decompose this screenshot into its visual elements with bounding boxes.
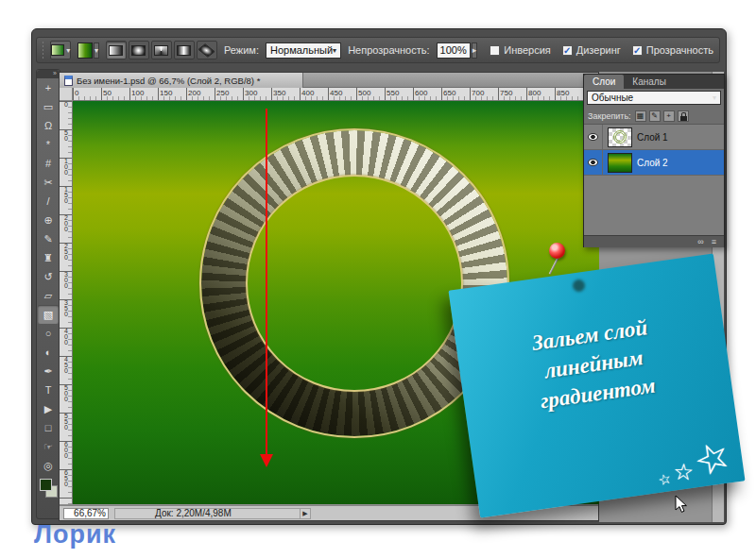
hand-tool[interactable]: ☞ (38, 437, 59, 456)
reverse-checkbox[interactable]: Инверсия (490, 44, 551, 56)
mouse-cursor-icon (675, 495, 689, 515)
layers-blend-mode-select[interactable]: Обычные ▾ (587, 91, 721, 105)
layer-thumbnail (608, 153, 632, 173)
ruler-label: 5 5 0 (61, 414, 71, 431)
blend-mode-select[interactable]: Нормальный ▾ (266, 42, 341, 59)
ruler-label: 150 (160, 89, 172, 97)
eraser-tool[interactable]: ▱ (38, 286, 59, 305)
brush-tool[interactable]: ✎ (38, 229, 59, 248)
crop-tool[interactable]: # (38, 154, 59, 173)
blend-mode-row: Обычные ▾ (584, 89, 724, 108)
visibility-toggle[interactable] (584, 125, 603, 149)
ruler-label: 50 (103, 89, 112, 97)
ruler-label: 350 (273, 89, 285, 97)
slice-tool[interactable]: ✂ (38, 173, 59, 192)
reflected-gradient-button[interactable] (174, 41, 195, 59)
ruler-label: 200 (188, 89, 200, 97)
lock-body (680, 116, 687, 121)
tab-layers[interactable]: Слои (584, 75, 624, 89)
ruler-label: 1 0 0 (61, 159, 71, 176)
layer-row[interactable]: Слой 2 (584, 150, 724, 176)
marquee-tool[interactable]: ▭ (38, 97, 59, 116)
gradient-option-checkboxes: Инверсия✓Дизеринг✓Прозрачность (490, 44, 713, 56)
reverse-checkbox-box[interactable] (490, 45, 500, 56)
healing-brush-tool[interactable]: ⊕ (38, 211, 59, 229)
shape-tool[interactable]: □ (38, 418, 59, 437)
lock-transparency-icon[interactable]: ▦ (635, 110, 646, 122)
tab-channels[interactable]: Каналы (624, 75, 675, 89)
gradient-tool[interactable]: ▧ (38, 305, 59, 324)
lasso-tool[interactable]: Ω (38, 116, 59, 135)
lock-pixels-icon[interactable]: ✎ (649, 110, 661, 122)
gradient-drag-arrow-line (266, 109, 267, 456)
link-icon[interactable]: ∞ (697, 236, 703, 247)
document-title: Без имени-1.psd @ 66,7% (Слой 2, RGB/8) … (77, 76, 260, 86)
dither-checkbox-box[interactable]: ✓ (562, 45, 573, 56)
gradient-picker-arrow-icon[interactable]: ▾ (94, 42, 99, 59)
layer-row[interactable]: Слой 1 (584, 125, 724, 150)
opacity-slider-arrow-icon[interactable]: ▸ (472, 42, 478, 59)
visibility-toggle[interactable] (584, 150, 603, 175)
ruler-label: 2 5 0 (61, 244, 71, 261)
zoom-tool[interactable]: ◎ (38, 456, 59, 475)
chevron-down-icon: ▾ (713, 93, 716, 102)
angle-gradient-button[interactable] (151, 41, 172, 59)
watermark: Лорик (34, 520, 116, 550)
magic-wand-tool[interactable]: * (38, 135, 59, 154)
type-tool[interactable]: T (38, 380, 59, 399)
clone-stamp-tool[interactable]: ♜ (38, 248, 59, 267)
ruler-corner (60, 88, 73, 101)
document-tab[interactable]: Без имени-1.psd @ 66,7% (Слой 2, RGB/8) … (60, 73, 303, 88)
vertical-ruler: 05 01 0 01 5 02 0 02 5 03 0 03 5 04 0 04… (60, 101, 73, 504)
lock-all-icon[interactable] (678, 110, 689, 122)
foreground-color-swatch[interactable] (40, 479, 52, 491)
layers-panel-tabs: Слои Каналы (584, 75, 724, 89)
toolbox-collapse-icon[interactable]: » (37, 70, 60, 78)
history-brush-tool[interactable]: ↺ (38, 267, 59, 286)
ruler-label: 0 (61, 102, 71, 108)
page: ▾ ▾ Режим: Нормальный ▾ Непрозрачность: … (0, 0, 756, 558)
zoom-level-field[interactable]: 66,67% (63, 508, 109, 519)
panel-grip[interactable] (43, 42, 43, 59)
reverse-checkbox-label: Инверсия (504, 44, 551, 56)
move-tool[interactable]: + (38, 78, 59, 97)
pen-tool[interactable]: ✒ (38, 362, 59, 380)
star-icon: ☆ (656, 469, 673, 489)
layer-name: Слой 1 (637, 132, 668, 143)
ruler-label: 3 0 0 (61, 272, 71, 289)
lock-label: Закрепить: (588, 111, 631, 121)
gradient-drag-arrow-head (260, 454, 273, 467)
ruler-label: 100 (131, 89, 144, 97)
diamond-gradient-button[interactable] (197, 41, 217, 59)
linear-gradient-button[interactable] (106, 41, 127, 59)
transparency-checkbox-box[interactable]: ✓ (632, 45, 643, 56)
lock-position-icon[interactable]: + (663, 110, 675, 122)
status-menu-arrow-icon[interactable]: ▶ (300, 508, 311, 519)
ruler-label: 6 5 0 (61, 470, 71, 487)
tool-preset-picker[interactable]: ▾ (50, 41, 71, 59)
dodge-tool[interactable]: ◐ (38, 343, 59, 362)
eyedropper-tool[interactable]: / (38, 192, 59, 211)
path-selection-tool[interactable]: ▶ (38, 399, 59, 418)
sticky-note: Зальем слойлинейнымградиентом ☆☆☆ (448, 253, 745, 517)
ruler-label: 650 (443, 89, 455, 97)
panel-menu-icon[interactable]: ≡ (712, 236, 716, 247)
dither-checkbox[interactable]: ✓Дизеринг (562, 44, 621, 56)
layer-name: Слой 2 (637, 158, 668, 168)
reflected-gradient-icon (177, 45, 191, 56)
radial-gradient-button[interactable] (129, 41, 149, 59)
ruler-label: 3 5 0 (61, 300, 71, 317)
blur-tool[interactable]: ○ (38, 324, 59, 343)
transparency-checkbox[interactable]: ✓Прозрачность (632, 44, 713, 56)
ruler-label: 450 (330, 89, 342, 97)
mode-label: Режим: (224, 44, 259, 56)
gradient-preview[interactable] (77, 42, 93, 59)
document-icon (64, 76, 73, 86)
doc-size-info: Док: 2,20M/4,98M (114, 508, 300, 519)
pin-head-icon (549, 243, 565, 259)
opacity-input[interactable]: 100% (437, 42, 471, 59)
ring-thumbnail-shape (613, 130, 627, 144)
doc-size-value: Док: 2,20M/4,98M (155, 508, 232, 518)
angle-gradient-icon (154, 45, 168, 56)
lock-row: Закрепить: ▦✎+ (584, 108, 724, 124)
